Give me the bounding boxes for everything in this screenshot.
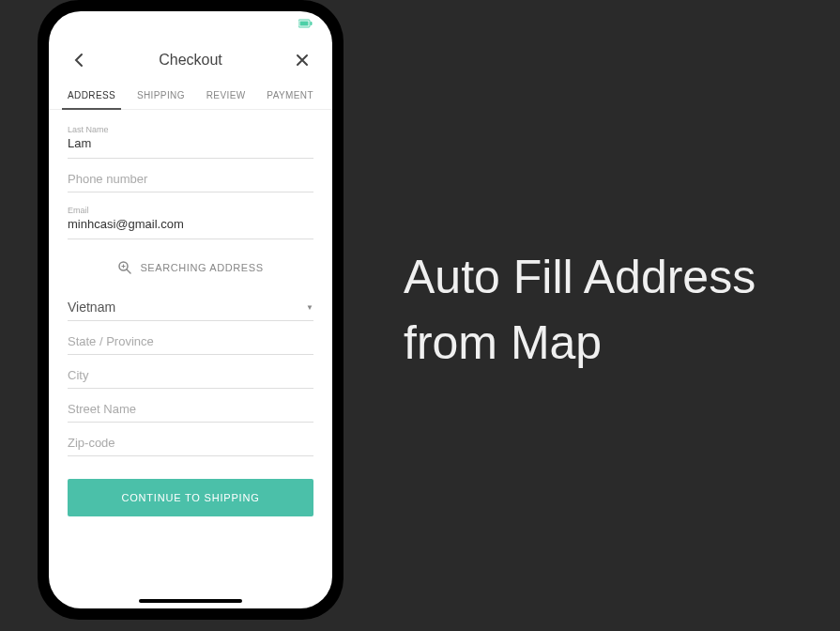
back-button[interactable] bbox=[68, 49, 90, 71]
caret-down-icon: ▼ bbox=[306, 303, 313, 312]
checkout-header: Checkout bbox=[49, 38, 332, 83]
chevron-left-icon bbox=[74, 53, 84, 68]
city-field[interactable]: City bbox=[68, 361, 313, 389]
phone-screen: Checkout ADDRESS SHIPPING REVIEW PAYMENT… bbox=[49, 11, 332, 608]
page-title: Checkout bbox=[159, 52, 222, 69]
last-name-label: Last Name bbox=[68, 125, 313, 134]
country-dropdown[interactable]: Vietnam ▼ bbox=[68, 290, 313, 321]
tab-address[interactable]: ADDRESS bbox=[62, 83, 121, 110]
checkout-tabs: ADDRESS SHIPPING REVIEW PAYMENT bbox=[49, 83, 332, 110]
zip-field[interactable]: Zip-code bbox=[68, 428, 313, 456]
close-button[interactable] bbox=[291, 49, 313, 71]
battery-icon bbox=[298, 18, 313, 31]
search-location-icon bbox=[117, 260, 132, 275]
tab-review[interactable]: REVIEW bbox=[201, 83, 252, 110]
tab-payment[interactable]: PAYMENT bbox=[261, 83, 319, 110]
street-placeholder: Street Name bbox=[68, 402, 313, 416]
country-value: Vietnam bbox=[68, 300, 115, 315]
svg-rect-1 bbox=[300, 22, 309, 26]
zip-placeholder: Zip-code bbox=[68, 436, 313, 450]
city-placeholder: City bbox=[68, 368, 313, 382]
status-bar bbox=[49, 11, 332, 38]
phone-placeholder: Phone number bbox=[68, 172, 313, 186]
svg-line-4 bbox=[127, 269, 130, 273]
feature-line-1: Auto Fill Address bbox=[404, 244, 756, 310]
email-value: minhcasi@gmail.com bbox=[68, 217, 313, 233]
phone-frame: Checkout ADDRESS SHIPPING REVIEW PAYMENT… bbox=[38, 0, 344, 620]
email-label: Email bbox=[68, 206, 313, 215]
last-name-field[interactable]: Last Name Lam bbox=[68, 117, 313, 159]
search-address-label: SEARCHING ADDRESS bbox=[140, 262, 263, 273]
state-placeholder: State / Province bbox=[68, 334, 313, 348]
last-name-value: Lam bbox=[68, 136, 313, 152]
phone-field[interactable]: Phone number bbox=[68, 164, 313, 192]
home-indicator[interactable] bbox=[139, 599, 242, 603]
feature-title: Auto Fill Address from Map bbox=[404, 244, 756, 376]
tab-shipping[interactable]: SHIPPING bbox=[131, 83, 191, 110]
email-field[interactable]: Email minhcasi@gmail.com bbox=[68, 198, 313, 239]
address-form: Last Name Lam Phone number Email minhcas… bbox=[49, 110, 332, 528]
continue-button[interactable]: CONTINUE TO SHIPPING bbox=[68, 479, 313, 516]
state-field[interactable]: State / Province bbox=[68, 327, 313, 355]
feature-line-2: from Map bbox=[404, 310, 756, 376]
search-address-button[interactable]: SEARCHING ADDRESS bbox=[68, 245, 313, 290]
street-field[interactable]: Street Name bbox=[68, 394, 313, 423]
svg-rect-2 bbox=[311, 22, 313, 25]
close-icon bbox=[296, 54, 309, 67]
